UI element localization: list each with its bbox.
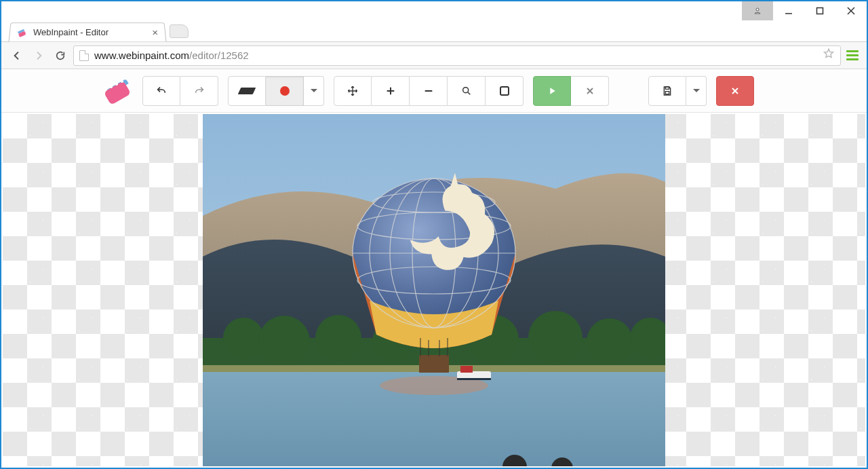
address-bar[interactable]: www.webinpaint.com/editor/12562 bbox=[73, 45, 841, 66]
close-icon bbox=[847, 7, 855, 15]
svg-point-17 bbox=[528, 311, 583, 365]
save-options-button[interactable] bbox=[686, 76, 707, 106]
svg-rect-9 bbox=[665, 91, 669, 94]
tool-group bbox=[228, 76, 324, 106]
play-icon bbox=[547, 86, 557, 96]
browser-tab[interactable]: WebInpaint - Editor × bbox=[9, 22, 167, 41]
svg-point-0 bbox=[756, 8, 759, 11]
cancel-run-button[interactable] bbox=[571, 76, 609, 106]
svg-point-13 bbox=[258, 316, 310, 367]
x-icon bbox=[585, 86, 595, 96]
forward-button[interactable] bbox=[30, 47, 47, 64]
webinpaint-logo[interactable] bbox=[103, 76, 133, 106]
caret-down-icon bbox=[311, 89, 317, 96]
redo-icon bbox=[194, 86, 205, 96]
back-button[interactable] bbox=[8, 47, 26, 64]
magnifier-icon bbox=[461, 86, 472, 96]
browser-toolbar: www.webinpaint.com/editor/12562 bbox=[1, 42, 867, 69]
svg-rect-24 bbox=[460, 366, 473, 373]
tab-title: WebInpaint - Editor bbox=[33, 27, 108, 37]
eraser-tool-button[interactable] bbox=[228, 76, 266, 106]
reload-icon bbox=[55, 50, 66, 61]
hamburger-icon bbox=[846, 50, 859, 52]
svg-rect-8 bbox=[665, 87, 669, 89]
marker-options-button[interactable] bbox=[304, 76, 324, 106]
editor-canvas-area[interactable] bbox=[3, 114, 865, 466]
zoom-fit-button[interactable] bbox=[448, 76, 486, 106]
browser-menu-button[interactable] bbox=[845, 50, 860, 60]
svg-rect-2 bbox=[817, 8, 823, 14]
save-group bbox=[648, 76, 707, 106]
save-icon bbox=[662, 86, 673, 96]
minimize-icon bbox=[785, 7, 793, 15]
crop-button[interactable] bbox=[486, 76, 524, 106]
svg-point-12 bbox=[223, 318, 264, 358]
redo-button[interactable] bbox=[180, 76, 218, 106]
zoom-out-button[interactable] bbox=[410, 76, 448, 106]
run-button[interactable] bbox=[533, 76, 571, 106]
arrow-right-icon bbox=[33, 50, 44, 61]
user-icon bbox=[753, 7, 762, 15]
rect-icon bbox=[500, 86, 509, 96]
user-account-button[interactable] bbox=[742, 1, 773, 20]
view-group bbox=[334, 76, 524, 106]
window-titlebar bbox=[1, 1, 867, 20]
svg-point-14 bbox=[315, 315, 361, 361]
window-maximize-button[interactable] bbox=[804, 1, 835, 20]
reload-button[interactable] bbox=[52, 47, 69, 64]
svg-rect-35 bbox=[419, 355, 449, 373]
delete-group bbox=[716, 76, 754, 106]
marker-tool-icon bbox=[280, 86, 290, 96]
marker-tool-button[interactable] bbox=[266, 76, 304, 106]
zoom-in-button[interactable] bbox=[372, 76, 410, 106]
history-group bbox=[142, 76, 218, 106]
tab-close-button[interactable]: × bbox=[152, 27, 159, 37]
undo-icon bbox=[156, 86, 167, 96]
url-text: www.webinpaint.com/editor/12562 bbox=[94, 50, 249, 61]
run-group bbox=[533, 76, 609, 106]
move-tool-button[interactable] bbox=[334, 76, 372, 106]
undo-button[interactable] bbox=[142, 76, 180, 106]
caret-down-icon bbox=[693, 89, 700, 96]
x-icon bbox=[730, 86, 741, 96]
save-button[interactable] bbox=[648, 76, 686, 106]
editor-toolbar bbox=[1, 69, 867, 113]
minus-icon bbox=[423, 86, 434, 96]
arrow-left-icon bbox=[12, 50, 22, 61]
svg-point-7 bbox=[462, 87, 468, 92]
eraser-tool-icon bbox=[238, 88, 256, 94]
window-minimize-button[interactable] bbox=[773, 1, 804, 20]
move-icon bbox=[347, 86, 358, 96]
window-close-button[interactable] bbox=[835, 1, 867, 20]
browser-tabstrip: WebInpaint - Editor × bbox=[1, 20, 867, 42]
plus-icon bbox=[385, 86, 396, 96]
discard-button[interactable] bbox=[716, 76, 754, 106]
bookmark-star-button[interactable] bbox=[823, 48, 835, 63]
page-icon bbox=[79, 50, 89, 61]
eraser-icon bbox=[16, 27, 28, 38]
editor-image[interactable] bbox=[203, 114, 665, 466]
star-icon bbox=[823, 48, 835, 60]
svg-rect-25 bbox=[457, 378, 491, 380]
maximize-icon bbox=[816, 7, 824, 15]
svg-point-18 bbox=[587, 318, 633, 364]
new-tab-button[interactable] bbox=[170, 24, 189, 38]
